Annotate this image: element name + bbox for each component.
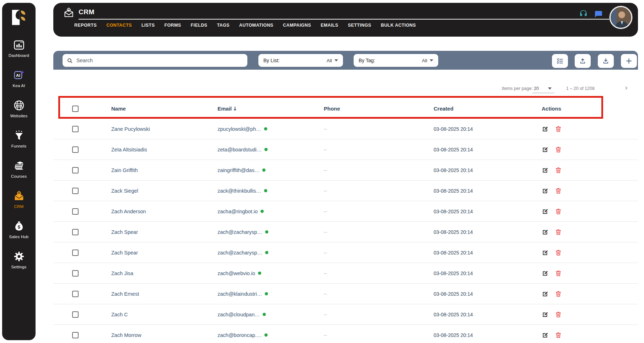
edit-contact-button[interactable] [542,249,549,256]
items-per-page-underline [532,93,554,93]
select-all-checkbox[interactable] [72,106,79,112]
edit-contact-button[interactable] [542,290,549,298]
contact-name[interactable]: Zack Siegel [92,188,199,194]
filter-by-tag[interactable]: By Tag: All [354,54,438,67]
row-checkbox[interactable] [72,126,79,132]
delete-contact-button[interactable] [555,270,562,277]
trash-icon [555,229,562,236]
sidebar-item-crm[interactable]: CRM [9,190,29,209]
edit-icon [542,146,549,153]
edit-contact-button[interactable] [542,167,549,174]
row-checkbox[interactable] [72,146,79,153]
row-checkbox[interactable] [72,270,79,277]
chevron-down-icon [548,87,552,90]
trash-icon [555,270,562,277]
sidebar-item-settings[interactable]: Settings [9,251,29,269]
row-checkbox[interactable] [72,332,79,338]
contact-name[interactable]: Zane Pucylowski [92,126,199,132]
next-page-button[interactable]: › [625,84,628,92]
delete-contact-button[interactable] [555,187,562,194]
contact-name[interactable]: Zach Ernest [92,291,199,297]
sidebar-item-kea-ai[interactable]: AI Kea AI [9,69,29,88]
chevron-down-icon [430,59,433,61]
nav-tab-contacts[interactable]: CONTACTS [106,23,132,28]
kea-bird-logo[interactable] [9,8,28,27]
contact-phone: -- [305,147,415,152]
contact-name[interactable]: Zach Jisa [92,270,199,276]
contact-email: zack@thinkbullis… [218,188,261,194]
export-button[interactable] [598,54,614,68]
edit-icon [542,187,549,194]
row-checkbox[interactable] [72,229,79,235]
checklist-icon [556,57,564,65]
sidebar-item-sales-hub[interactable]: $ Sales Hub [9,220,29,239]
edit-contact-button[interactable] [542,332,549,339]
delete-contact-button[interactable] [555,229,562,236]
row-checkbox[interactable] [72,208,79,215]
edit-contact-button[interactable] [542,146,549,153]
delete-contact-button[interactable] [555,167,562,174]
contact-name[interactable]: Zach Morrow [92,332,199,338]
row-checkbox[interactable] [72,250,79,256]
contact-name[interactable]: Zach Anderson [92,209,199,214]
delete-contact-button[interactable] [555,311,562,318]
delete-contact-button[interactable] [555,125,562,133]
column-header-actions: Actions [523,106,638,112]
edit-contact-button[interactable] [542,187,549,194]
delete-contact-button[interactable] [555,332,562,339]
nav-tab-automations[interactable]: AUTOMATIONS [239,23,273,28]
delete-contact-button[interactable] [555,249,562,256]
column-header-phone[interactable]: Phone [305,106,415,112]
nav-tab-fields[interactable]: FIELDS [191,23,208,28]
chat-icon[interactable] [594,10,603,18]
row-checkbox[interactable] [72,311,79,318]
nav-tab-forms[interactable]: FORMS [164,23,181,28]
column-header-name[interactable]: Name [92,106,199,112]
pagination-range: 1 – 20 of 1208 [566,86,595,91]
contact-name[interactable]: Zach Spear [92,250,199,256]
items-per-page-select[interactable]: 20 [534,86,552,91]
nav-tab-tags[interactable]: TAGS [217,23,229,28]
row-checkbox[interactable] [72,167,79,173]
delete-contact-button[interactable] [555,146,562,153]
contact-email: zaingriffith@das… [218,167,259,173]
edit-contact-button[interactable] [542,229,549,236]
headset-icon[interactable] [579,9,588,18]
nav-tab-bulk-actions[interactable]: BULK ACTIONS [381,23,416,28]
bulk-select-button[interactable] [552,54,568,68]
filter-by-list[interactable]: By List: All [258,54,343,67]
contact-email: zach@klaindustri… [218,291,262,297]
contact-created: 03-08-2025 20:14 [415,147,523,152]
nav-tab-lists[interactable]: LISTS [141,23,155,28]
nav-tab-emails[interactable]: EMAILS [321,23,338,28]
delete-contact-button[interactable] [555,208,562,215]
edit-contact-button[interactable] [542,125,549,133]
row-checkbox[interactable] [72,291,79,297]
nav-tab-campaigns[interactable]: CAMPAIGNS [283,23,311,28]
sidebar-item-dashboard[interactable]: Dashboard [9,39,29,58]
table-row: Zach Morrow zach@boroncap.… -- 03-08-202… [53,325,638,343]
contact-name[interactable]: Zain Griffith [92,167,199,173]
edit-contact-button[interactable] [542,270,549,277]
add-contact-button[interactable] [621,54,637,68]
nav-tab-reports[interactable]: REPORTS [74,23,97,28]
nav-tab-settings[interactable]: SETTINGS [348,23,371,28]
sidebar-item-funnels[interactable]: Funnels [9,130,29,148]
column-header-email[interactable]: Email↓ [199,106,305,112]
edit-contact-button[interactable] [542,311,549,318]
header-divider [79,19,610,20]
column-header-created[interactable]: Created [415,106,523,112]
row-checkbox[interactable] [72,188,79,194]
contact-name[interactable]: Zeta Altsitsiadis [92,147,199,152]
import-button[interactable] [575,54,591,68]
delete-contact-button[interactable] [555,290,562,298]
sidebar-item-websites[interactable]: www Websites [9,100,29,118]
user-avatar[interactable] [610,6,632,29]
contact-name[interactable]: Zach C [92,312,199,317]
contact-name[interactable]: Zach Spear [92,229,199,235]
search-input[interactable] [76,57,243,64]
edit-contact-button[interactable] [542,208,549,215]
table-row: Zack Siegel zack@thinkbullis… -- 03-08-2… [53,181,638,201]
contact-email: zach@boroncap.… [218,332,262,338]
sidebar-item-courses[interactable]: Courses [9,160,29,178]
